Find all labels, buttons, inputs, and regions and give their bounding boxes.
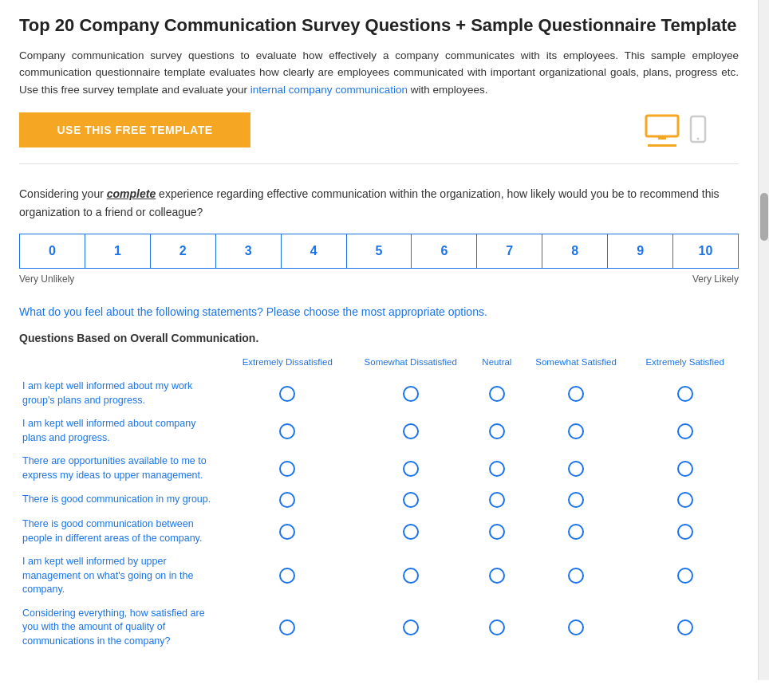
- radio-button-6-2[interactable]: [489, 619, 505, 635]
- row-2-radio-4: [631, 450, 739, 487]
- radio-button-3-3[interactable]: [568, 492, 584, 508]
- row-4-radio-4: [631, 513, 739, 550]
- radio-button-1-4[interactable]: [677, 423, 693, 439]
- radio-button-1-2[interactable]: [489, 423, 505, 439]
- row-1-radio-0: [227, 412, 349, 450]
- radio-button-6-3[interactable]: [568, 619, 584, 635]
- radio-button-2-4[interactable]: [677, 461, 693, 477]
- radio-button-0-0[interactable]: [279, 386, 295, 402]
- radio-button-6-0[interactable]: [279, 619, 295, 635]
- svg-rect-1: [658, 136, 666, 140]
- nps-labels: Very Unlikely Very Likely: [19, 273, 739, 285]
- table-header-row: Extremely Dissatisfied Somewhat Dissatis…: [19, 354, 739, 375]
- table-row: There is good communication in my group.: [19, 487, 739, 513]
- row-0-radio-3: [521, 375, 632, 412]
- scrollbar[interactable]: [758, 0, 769, 680]
- nps-cell-6[interactable]: 6: [412, 234, 477, 268]
- statements-question: What do you feel about the following sta…: [19, 304, 739, 321]
- nps-cell-9[interactable]: 9: [608, 234, 673, 268]
- nps-cell-3[interactable]: 3: [216, 234, 282, 268]
- row-1-radio-4: [631, 412, 739, 450]
- row-2-radio-1: [349, 450, 473, 487]
- col-header-extremely-dissatisfied: Extremely Dissatisfied: [227, 354, 349, 375]
- row-6-radio-2: [473, 602, 521, 654]
- row-question-4: There is good communication between peop…: [19, 513, 227, 550]
- cta-row: USE THIS FREE TEMPLATE: [19, 112, 739, 147]
- radio-button-2-1[interactable]: [403, 461, 419, 477]
- radio-button-0-4[interactable]: [677, 386, 693, 402]
- radio-button-4-3[interactable]: [568, 524, 584, 540]
- radio-button-4-0[interactable]: [279, 524, 295, 540]
- row-6-radio-1: [349, 602, 473, 654]
- radio-button-5-0[interactable]: [279, 568, 295, 584]
- nps-cell-10[interactable]: 10: [673, 234, 738, 268]
- radio-button-1-0[interactable]: [279, 423, 295, 439]
- nps-cell-2[interactable]: 2: [151, 234, 216, 268]
- svg-rect-0: [646, 116, 678, 136]
- internal-communication-link[interactable]: internal company communication: [250, 84, 408, 96]
- radio-button-5-4[interactable]: [677, 568, 693, 584]
- col-header-extremely-satisfied: Extremely Satisfied: [631, 354, 739, 375]
- radio-button-3-2[interactable]: [489, 492, 505, 508]
- radio-button-4-2[interactable]: [489, 524, 505, 540]
- radio-button-3-4[interactable]: [677, 492, 693, 508]
- row-question-5: I am kept well informed by upper managem…: [19, 550, 227, 602]
- use-template-button[interactable]: USE THIS FREE TEMPLATE: [19, 112, 250, 147]
- radio-button-4-1[interactable]: [403, 524, 419, 540]
- row-2-radio-0: [227, 450, 349, 487]
- radio-button-2-0[interactable]: [279, 461, 295, 477]
- radio-button-5-2[interactable]: [489, 568, 505, 584]
- row-5-radio-4: [631, 550, 739, 602]
- row-4-radio-0: [227, 513, 349, 550]
- radio-button-6-4[interactable]: [677, 619, 693, 635]
- nps-cell-0[interactable]: 0: [20, 234, 85, 268]
- radio-button-4-4[interactable]: [677, 524, 693, 540]
- radio-button-3-0[interactable]: [279, 492, 295, 508]
- row-0-radio-2: [473, 375, 521, 412]
- radio-button-5-1[interactable]: [403, 568, 419, 584]
- survey-section: Considering your complete experience reg…: [19, 177, 739, 661]
- row-1-radio-3: [521, 412, 632, 450]
- nps-cell-8[interactable]: 8: [542, 234, 608, 268]
- svg-point-3: [697, 137, 700, 140]
- nps-cell-1[interactable]: 1: [85, 234, 151, 268]
- nps-cell-5[interactable]: 5: [347, 234, 412, 268]
- row-5-radio-0: [227, 550, 349, 602]
- nps-cell-4[interactable]: 4: [282, 234, 347, 268]
- row-4-radio-2: [473, 513, 521, 550]
- nps-cell-7[interactable]: 7: [477, 234, 542, 268]
- section-divider: [19, 163, 739, 164]
- col-header-somewhat-satisfied: Somewhat Satisfied: [521, 354, 632, 375]
- table-row: Considering everything, how satisfied ar…: [19, 602, 739, 654]
- radio-button-0-3[interactable]: [568, 386, 584, 402]
- mobile-icon: [689, 115, 707, 146]
- table-row: There are opportunities available to me …: [19, 450, 739, 487]
- nps-highlight: complete: [107, 187, 156, 200]
- row-1-radio-2: [473, 412, 521, 450]
- nps-question: Considering your complete experience reg…: [19, 185, 739, 221]
- radio-button-6-1[interactable]: [403, 619, 419, 635]
- radio-button-2-2[interactable]: [489, 461, 505, 477]
- row-0-radio-4: [631, 375, 739, 412]
- row-3-radio-1: [349, 487, 473, 513]
- radio-button-3-1[interactable]: [403, 492, 419, 508]
- row-5-radio-1: [349, 550, 473, 602]
- scrollbar-thumb[interactable]: [760, 193, 768, 241]
- radio-button-2-3[interactable]: [568, 461, 584, 477]
- row-3-radio-2: [473, 487, 521, 513]
- table-row: I am kept well informed about company pl…: [19, 412, 739, 450]
- col-header-neutral: Neutral: [473, 354, 521, 375]
- row-1-radio-1: [349, 412, 473, 450]
- nps-scale: 0 1 2 3 4 5 6 7 8 9 10: [19, 234, 739, 269]
- row-6-radio-4: [631, 602, 739, 654]
- row-6-radio-3: [521, 602, 632, 654]
- radio-button-5-3[interactable]: [568, 568, 584, 584]
- radio-button-0-1[interactable]: [403, 386, 419, 402]
- radio-button-1-3[interactable]: [568, 423, 584, 439]
- row-question-0: I am kept well informed about my work gr…: [19, 375, 227, 412]
- row-question-6: Considering everything, how satisfied ar…: [19, 602, 227, 654]
- rating-table: Extremely Dissatisfied Somewhat Dissatis…: [19, 354, 739, 653]
- radio-button-0-2[interactable]: [489, 386, 505, 402]
- row-5-radio-2: [473, 550, 521, 602]
- radio-button-1-1[interactable]: [403, 423, 419, 439]
